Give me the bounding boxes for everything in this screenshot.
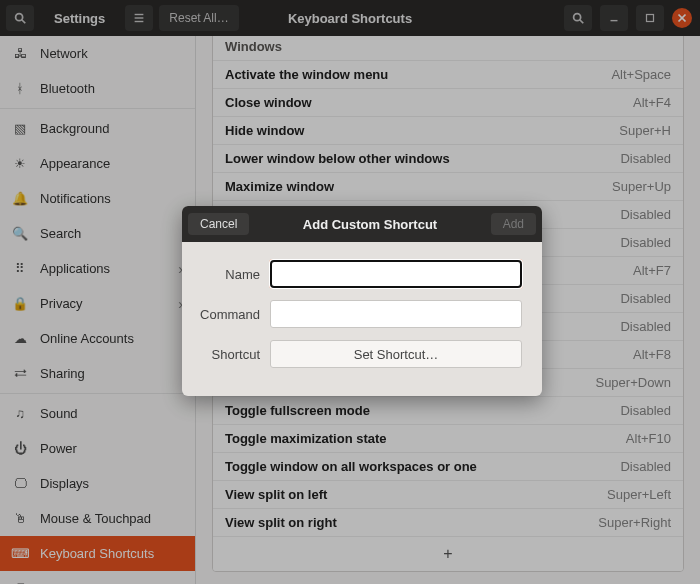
command-label: Command: [188, 307, 270, 322]
dialog-body: Name Command Shortcut Set Shortcut…: [182, 242, 542, 396]
add-custom-shortcut-dialog: Cancel Add Custom Shortcut Add Name Comm…: [182, 206, 542, 396]
name-input[interactable]: [270, 260, 522, 288]
dialog-header: Cancel Add Custom Shortcut Add: [182, 206, 542, 242]
shortcut-label: Shortcut: [188, 347, 270, 362]
dialog-title: Add Custom Shortcut: [303, 217, 437, 232]
add-button[interactable]: Add: [491, 213, 536, 235]
set-shortcut-button[interactable]: Set Shortcut…: [270, 340, 522, 368]
command-input[interactable]: [270, 300, 522, 328]
cancel-button[interactable]: Cancel: [188, 213, 249, 235]
name-label: Name: [188, 267, 270, 282]
